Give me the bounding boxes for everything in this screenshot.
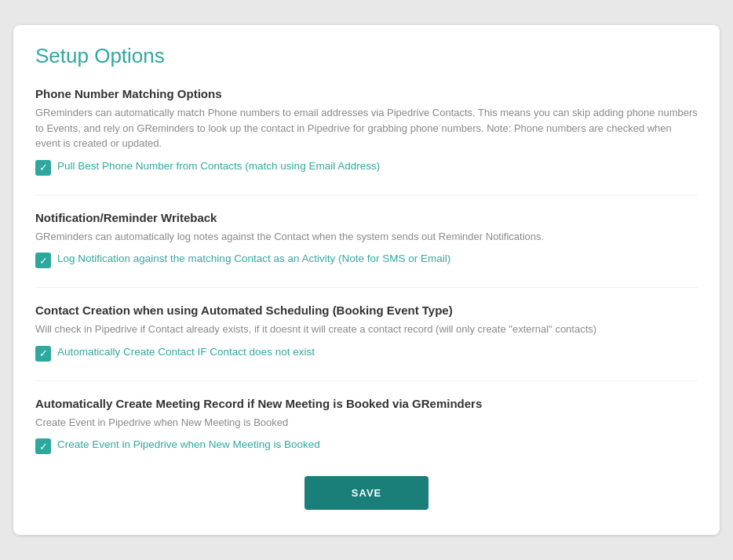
- section-phone-number-matching: Phone Number Matching Options GReminders…: [35, 87, 698, 176]
- checkbox-label-contact-creation: Automatically Create Contact IF Contact …: [57, 345, 315, 360]
- divider-1: [35, 195, 698, 195]
- divider-3: [35, 380, 698, 381]
- page-title: Setup Options: [35, 44, 698, 68]
- checkbox-row-phone[interactable]: ✓ Pull Best Phone Number from Contacts (…: [35, 159, 698, 176]
- checkbox-row-contact-creation[interactable]: ✓ Automatically Create Contact IF Contac…: [35, 345, 698, 362]
- checkbox-notification[interactable]: ✓: [35, 253, 51, 268]
- checkbox-label-notification: Log Notification against the matching Co…: [57, 252, 450, 267]
- section-desc-contact-creation: Will check in Pipedrive if Contact alrea…: [35, 322, 698, 337]
- section-desc-auto-meeting: Create Event in Pipedrive when New Meeti…: [35, 415, 698, 431]
- checkbox-label-phone: Pull Best Phone Number from Contacts (ma…: [57, 159, 380, 174]
- checkbox-auto-meeting[interactable]: ✓: [35, 438, 51, 454]
- checkmark-phone: ✓: [39, 162, 48, 173]
- checkbox-row-notification[interactable]: ✓ Log Notification against the matching …: [35, 252, 698, 268]
- setup-options-card: Setup Options Phone Number Matching Opti…: [13, 25, 720, 535]
- checkbox-phone[interactable]: ✓: [35, 160, 51, 176]
- section-title-contact-creation: Contact Creation when using Automated Sc…: [35, 304, 698, 317]
- section-desc-phone: GReminders can automatically match Phone…: [35, 105, 698, 151]
- section-title-phone: Phone Number Matching Options: [35, 87, 698, 100]
- checkmark-contact-creation: ✓: [39, 348, 48, 358]
- checkbox-label-auto-meeting: Create Event in Pipedrive when New Meeti…: [57, 438, 320, 453]
- divider-2: [35, 287, 698, 288]
- section-title-notification: Notification/Reminder Writeback: [35, 211, 698, 224]
- section-notification-writeback: Notification/Reminder Writeback GReminde…: [35, 211, 698, 269]
- save-button-container: SAVE: [35, 476, 698, 510]
- section-title-auto-meeting: Automatically Create Meeting Record if N…: [35, 397, 698, 410]
- checkbox-row-auto-meeting[interactable]: ✓ Create Event in Pipedrive when New Mee…: [35, 438, 698, 454]
- checkmark-notification: ✓: [39, 256, 48, 266]
- section-contact-creation: Contact Creation when using Automated Sc…: [35, 304, 698, 362]
- checkmark-auto-meeting: ✓: [39, 442, 48, 452]
- save-button[interactable]: SAVE: [305, 476, 428, 510]
- section-auto-create-meeting: Automatically Create Meeting Record if N…: [35, 397, 698, 455]
- section-desc-notification: GReminders can automatically log notes a…: [35, 229, 698, 245]
- checkbox-contact-creation[interactable]: ✓: [35, 346, 51, 362]
